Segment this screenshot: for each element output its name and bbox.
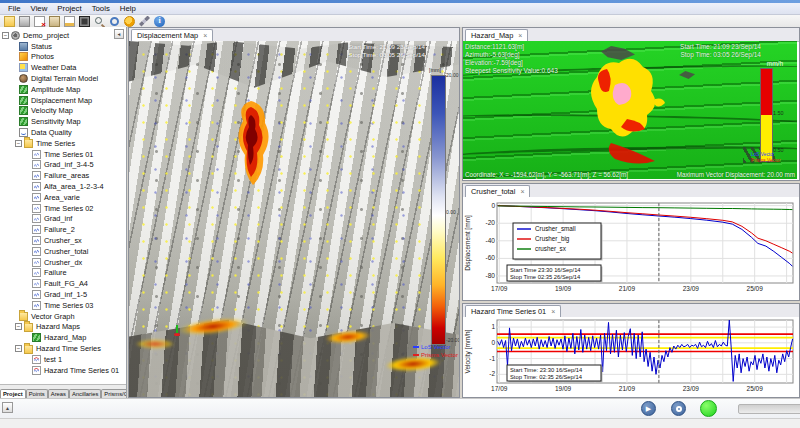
vector-legend: LoS Vector Prisms Vector — [751, 152, 781, 163]
sidebar-tab-prisms-gps[interactable]: Prisms/GPS — [101, 389, 126, 398]
search-icon[interactable] — [94, 16, 105, 27]
scan-origin-marker — [173, 325, 181, 336]
start-time-label: Start Time: 21:09 23/Sep/14 — [680, 43, 761, 51]
sidebar-tab-project[interactable]: Project — [0, 389, 26, 398]
play-icon: ▶ — [642, 402, 655, 415]
tree-item-crusher-dx[interactable]: Crusher_dx — [0, 257, 126, 268]
timeline-slider[interactable] — [738, 404, 800, 414]
sidebar-tab-ancillaries[interactable]: Ancillaries — [69, 389, 101, 398]
displacement-map-view[interactable]: Start Time: 21:09 23/Sep/14 Stop Time: 0… — [129, 41, 459, 397]
tree-item-weather-data[interactable]: Weather Data — [0, 62, 126, 73]
tree-item-hazard-maps[interactable]: −Hazard Maps — [0, 322, 126, 333]
tab-hazard-time-series[interactable]: Hazard Time Series 01 × — [465, 305, 561, 317]
collapse-expander-icon[interactable]: − — [15, 345, 22, 352]
svg-text:Displacement [mm]: Displacement [mm] — [464, 215, 472, 271]
svg-text:17/09: 17/09 — [491, 385, 508, 392]
delete-icon[interactable] — [34, 16, 45, 27]
tree-item-data-quality[interactable]: Data Quality — [0, 127, 126, 138]
print-icon[interactable] — [19, 16, 30, 27]
tree-item-label: Fault_FG_A4 — [44, 279, 88, 288]
sidebar-tab-points[interactable]: Points — [26, 389, 48, 398]
sidebar-scroll-up-button[interactable]: ▲ — [2, 402, 13, 413]
alarm-icon[interactable] — [124, 16, 135, 27]
svg-text:-40: -40 — [486, 237, 496, 244]
tab-hazard-map[interactable]: Hazard_Map × — [465, 29, 528, 41]
close-icon[interactable]: × — [520, 188, 524, 195]
azimuth-label: Azimuth:-5.63[deg] — [465, 51, 558, 59]
tree-item-time-series-02[interactable]: Time Series 02 — [0, 203, 126, 214]
menu-item-tools[interactable]: Tools — [87, 4, 115, 13]
tree-item-hazard-time-series[interactable]: −Hazard Time Series — [0, 343, 126, 354]
tree-item-label: Time Series 02 — [44, 204, 93, 213]
tree-item-label: Failure — [44, 268, 67, 277]
hazard-time-range: Start Time: 21:09 23/Sep/14 Stop Time: 0… — [680, 43, 761, 59]
tree-item-hazard-map[interactable]: Hazard_Map — [0, 332, 126, 343]
tree-item-label: Crusher_dx — [44, 258, 82, 267]
hazard-map-view[interactable]: Distance:1121.63[m] Azimuth:-5.63[deg] E… — [463, 41, 797, 179]
tree-item-label: Time Series — [36, 139, 75, 148]
tree-item-hazard-time-series-01[interactable]: Hazard Time Series 01 — [0, 365, 126, 376]
report-icon[interactable] — [64, 16, 75, 27]
open-project-icon[interactable] — [4, 16, 15, 27]
colorbar-unit-label: [mm] — [429, 67, 441, 73]
tree-item-demo-project[interactable]: −Demo_project — [0, 30, 126, 41]
tree-item-fault-fg-a4[interactable]: Fault_FG_A4 — [0, 278, 126, 289]
collapse-expander-icon[interactable]: − — [15, 140, 22, 147]
tree-item-time-series-03[interactable]: Time Series 03 — [0, 300, 126, 311]
settings-icon[interactable] — [109, 16, 120, 27]
tree-item-status[interactable]: Status — [0, 41, 126, 52]
tools-icon[interactable] — [139, 16, 150, 27]
hazard-time-series-chart[interactable]: 17/0919/0921/0923/0925/0910-1-2Velocity … — [463, 317, 799, 397]
close-icon[interactable]: × — [203, 32, 207, 39]
tree-item-label: Failure_2 — [44, 225, 75, 234]
tree-item-crusher-sx[interactable]: Crusher_sx — [0, 235, 126, 246]
tree-item-photos[interactable]: Photos — [0, 52, 126, 63]
svg-text:21/09: 21/09 — [619, 285, 636, 292]
info-icon[interactable] — [154, 16, 165, 27]
tree-item-grad-inf-1-5[interactable]: Grad_inf_1-5 — [0, 289, 126, 300]
tree-item-crusher-total[interactable]: Crusher_total — [0, 246, 126, 257]
tree-item-label: Time Series 03 — [44, 301, 93, 310]
crusher-total-chart[interactable]: 17/0919/0921/0923/0925/090-20-40-60-80Di… — [463, 197, 799, 300]
sidebar-collapse-button[interactable]: ◂ — [114, 29, 124, 39]
tree-item-vector-graph[interactable]: Vector Graph — [0, 311, 126, 322]
menu-item-help[interactable]: Help — [115, 4, 141, 13]
tree-item-area-varie[interactable]: Area_varie — [0, 192, 126, 203]
menu-item-project[interactable]: Project — [52, 4, 86, 13]
menu-item-view[interactable]: View — [26, 4, 53, 13]
sidebar-tab-areas[interactable]: Areas — [48, 389, 69, 398]
tree-item-sensitivity-map[interactable]: Sensitivity Map — [0, 116, 126, 127]
tree-item-grad-inf-3-4-5[interactable]: Grad_inf_3-4-5 — [0, 160, 126, 171]
tree-item-label: Hazard Time Series 01 — [44, 366, 119, 375]
tree-item-test-1[interactable]: test 1 — [0, 354, 126, 365]
close-icon[interactable]: × — [551, 308, 555, 315]
clipboard-icon[interactable] — [49, 16, 60, 27]
tree-item-grad-inf[interactable]: Grad_inf — [0, 214, 126, 225]
collapse-expander-icon[interactable]: − — [2, 32, 9, 39]
tree-item-time-series-01[interactable]: Time Series 01 — [0, 149, 126, 160]
tree-item-failure[interactable]: Failure — [0, 268, 126, 279]
displacement-hotspot — [135, 339, 175, 349]
tree-item-label: Status — [31, 42, 52, 51]
tree-item-failure-areas[interactable]: Failure_areas — [0, 170, 126, 181]
tree-item-velocity-map[interactable]: Velocity Map — [0, 106, 126, 117]
tree-item-alfa-area-1-2-3-4[interactable]: Alfa_area_1-2-3-4 — [0, 181, 126, 192]
collapse-expander-icon[interactable]: − — [15, 323, 22, 330]
chart-icon — [32, 214, 41, 223]
chart-icon — [32, 204, 41, 213]
max-displacement-readout: Maximum Vector Displacement: 20.00 mm — [677, 171, 795, 178]
tree-item-amplitude-map[interactable]: Amplitude Map — [0, 84, 126, 95]
tree-item-time-series[interactable]: −Time Series — [0, 138, 126, 149]
tab-crusher-total[interactable]: Crusher_total × — [465, 185, 530, 197]
colorbar-tick: 20.00 — [446, 72, 459, 78]
menu-item-file[interactable]: File — [3, 4, 26, 13]
tree-item-displacement-map[interactable]: Displacement Map — [0, 95, 126, 106]
snapshot-icon[interactable] — [79, 16, 90, 27]
tree-item-failure-2[interactable]: Failure_2 — [0, 224, 126, 235]
settings-button[interactable] — [671, 401, 686, 416]
play-button[interactable]: ▶ — [641, 401, 656, 416]
tab-displacement-map[interactable]: Displacement Map × — [131, 29, 213, 41]
hazard-map-panel: Hazard_Map × Distance:1121.63[m] Az — [462, 27, 800, 181]
close-icon[interactable]: × — [518, 32, 522, 39]
tree-item-digital-terrain-model[interactable]: Digital Terrain Model — [0, 73, 126, 84]
